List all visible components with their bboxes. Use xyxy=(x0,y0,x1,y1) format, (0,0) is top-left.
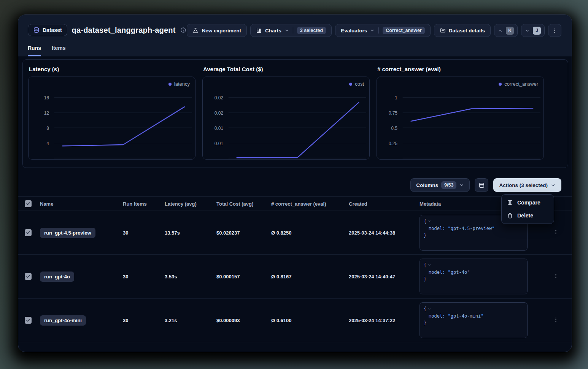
dataset-badge: Dataset xyxy=(28,24,67,36)
chevron-up-icon xyxy=(498,28,503,33)
evaluators-selected-badge: Correct_answer xyxy=(383,27,425,34)
runs-table: Name Run Items Latency (avg) Total Cost … xyxy=(18,196,572,342)
legend-dot-icon xyxy=(349,83,352,86)
chevron-down-icon xyxy=(427,263,431,267)
run-items-cell: 30 xyxy=(123,230,165,236)
previous-run-button[interactable]: K xyxy=(494,24,518,37)
col-header-total-cost[interactable]: Total Cost (avg) xyxy=(216,201,271,207)
table-controls: Columns 9/53 Actions (3 selected) xyxy=(410,178,561,192)
col-header-latency[interactable]: Latency (avg) xyxy=(165,201,216,207)
col-header-created[interactable]: Created xyxy=(349,201,420,207)
row-checkbox[interactable] xyxy=(25,273,32,280)
app-header: Dataset qa-dataset_langgraph-agent New e… xyxy=(18,15,572,56)
latency-cell: 3.21s xyxy=(165,318,216,323)
charts-button[interactable]: Charts 3 selected xyxy=(250,24,332,37)
correct-answer-cell: Ø 0.8167 xyxy=(271,274,349,280)
run-items-cell: 30 xyxy=(123,274,165,280)
col-header-name[interactable]: Name xyxy=(40,201,123,207)
chevron-down-icon xyxy=(284,28,289,33)
chevron-down-icon xyxy=(459,183,464,187)
next-run-button[interactable]: J xyxy=(521,24,545,37)
run-name-badge[interactable]: run_gpt-4.5-preview xyxy=(40,228,95,238)
trash-icon xyxy=(507,212,513,219)
col-header-correct-answer[interactable]: # correct_answer (eval) xyxy=(271,201,349,207)
kebab-icon xyxy=(552,28,558,34)
columns-icon xyxy=(507,200,513,206)
header-left: Dataset qa-dataset_langgraph-agent xyxy=(28,24,186,36)
total-cost-cell: $0.000093 xyxy=(216,318,271,323)
tabs: Runs Items xyxy=(28,45,66,56)
divider xyxy=(293,27,293,34)
created-cell: 2025-03-24 14:44:38 xyxy=(349,230,420,236)
more-options-button[interactable] xyxy=(548,24,561,37)
chart-legend: latency xyxy=(168,81,190,87)
tab-items[interactable]: Items xyxy=(52,45,66,56)
header-actions: New experiment Charts 3 selected Evaluat… xyxy=(187,24,561,37)
row-kebab-button[interactable] xyxy=(551,315,560,325)
chart-title: # correct_answer (eval) xyxy=(377,66,544,72)
chevron-down-icon xyxy=(370,28,375,33)
chart-legend: correct_answer xyxy=(499,81,538,87)
table-row: run_gpt-4.5-preview 30 13.57s $0.020237 … xyxy=(18,211,572,255)
correct-answer-cell: Ø 0.6100 xyxy=(271,318,349,323)
run-name-badge[interactable]: run_gpt-4o-mini xyxy=(40,315,86,326)
line-chart-plot xyxy=(377,77,544,159)
bar-chart-icon xyxy=(256,27,262,34)
page-title: qa-dataset_langgraph-agent xyxy=(72,26,176,35)
tab-runs[interactable]: Runs xyxy=(28,45,41,56)
metadata-json-box[interactable]: { model: "gpt-4o" } xyxy=(420,259,528,294)
evaluators-button[interactable]: Evaluators Correct_answer xyxy=(335,24,431,37)
row-checkbox[interactable] xyxy=(25,317,32,324)
total-cost-cell: $0.020237 xyxy=(216,230,271,236)
menu-item-compare[interactable]: Compare xyxy=(503,196,552,209)
columns-button[interactable]: Columns 9/53 xyxy=(410,178,470,192)
folder-icon xyxy=(440,27,446,34)
charts-section: Latency (s) latency 16 12 8 4 Average To… xyxy=(22,59,568,168)
flask-icon xyxy=(192,27,199,34)
total-cost-cell: $0.000157 xyxy=(216,274,271,280)
col-header-run-items[interactable]: Run Items xyxy=(123,201,165,207)
chart-title: Latency (s) xyxy=(29,66,195,72)
app-window: Dataset qa-dataset_langgraph-agent New e… xyxy=(18,14,572,352)
row-kebab-button[interactable] xyxy=(551,272,560,281)
table-row: run_gpt-4o 30 3.53s $0.000157 Ø 0.8167 2… xyxy=(18,255,572,299)
run-name-badge[interactable]: run_gpt-4o xyxy=(40,272,74,282)
chart-legend: cost xyxy=(349,81,364,87)
metadata-json-box[interactable]: { model: "gpt-4o-mini" } xyxy=(420,302,528,338)
dataset-badge-label: Dataset xyxy=(43,27,62,33)
select-all-checkbox[interactable] xyxy=(25,200,32,207)
new-experiment-button[interactable]: New experiment xyxy=(187,24,247,37)
charts-selected-badge: 3 selected xyxy=(297,27,326,34)
database-icon xyxy=(33,27,40,34)
chart-cost: Average Total Cost ($) cost 0.02 0.02 0.… xyxy=(202,66,370,168)
table-row: run_gpt-4o-mini 30 3.21s $0.000093 Ø 0.6… xyxy=(18,299,572,342)
avatar: K xyxy=(506,27,514,35)
chart-correct-answer: # correct_answer (eval) correct_answer 1… xyxy=(377,66,544,168)
chevron-down-icon xyxy=(427,219,431,223)
info-icon[interactable] xyxy=(180,27,186,33)
correct-answer-cell: Ø 0.8250 xyxy=(271,230,349,236)
cost-chart-card: cost 0.02 0.02 0.01 0.01 xyxy=(202,77,370,160)
chart-title: Average Total Cost ($) xyxy=(203,66,370,72)
latency-chart-card: latency 16 12 8 4 xyxy=(28,77,195,160)
chevron-down-icon xyxy=(427,307,431,311)
chart-latency: Latency (s) latency 16 12 8 4 xyxy=(28,66,195,168)
run-items-cell: 30 xyxy=(123,318,165,323)
table-header-row: Name Run Items Latency (avg) Total Cost … xyxy=(18,196,572,211)
created-cell: 2025-03-24 14:40:47 xyxy=(349,274,420,280)
dataset-details-button[interactable]: Dataset details xyxy=(434,24,491,37)
latency-cell: 13.57s xyxy=(165,230,216,236)
row-kebab-button[interactable] xyxy=(551,228,560,238)
latency-cell: 3.53s xyxy=(165,274,216,280)
line-chart-plot xyxy=(29,77,195,159)
rows-icon xyxy=(478,182,485,188)
avatar: J xyxy=(533,27,541,35)
row-height-button[interactable] xyxy=(475,178,488,192)
actions-button[interactable]: Actions (3 selected) xyxy=(493,178,561,192)
menu-item-delete[interactable]: Delete xyxy=(503,209,552,222)
correct-answer-chart-card: correct_answer 1 0.75 0.5 0.25 xyxy=(377,77,544,160)
actions-dropdown-menu: Compare Delete xyxy=(501,194,554,224)
row-checkbox[interactable] xyxy=(25,229,32,236)
columns-count-badge: 9/53 xyxy=(441,181,456,189)
line-chart-plot xyxy=(203,77,369,159)
